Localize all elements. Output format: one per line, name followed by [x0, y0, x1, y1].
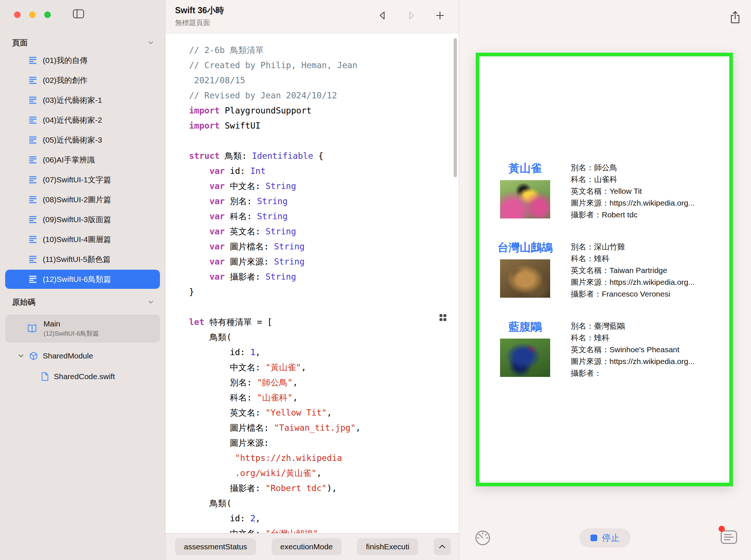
sidebar-item-page[interactable]: (08)SwiftUI-2圖片篇	[5, 190, 160, 209]
sidebar-toggle-button[interactable]	[72, 9, 85, 20]
close-window-button[interactable]	[14, 11, 21, 18]
sidebar-item-page[interactable]: (01)我的自傳	[5, 51, 160, 70]
bird-detail-line: 英文名稱：Yellow Tit	[571, 185, 726, 197]
code-lines: // 2-6b 鳥類清單// Created by Philip, Heman,…	[165, 34, 459, 533]
bird-photo-image	[500, 339, 550, 377]
sidebar-item-page[interactable]: (06)AI手掌辨識	[5, 150, 160, 169]
code-line: struct 鳥類: Identifiable {	[189, 148, 459, 164]
code-line: id: 2,	[189, 511, 459, 526]
main-item-title: Main	[43, 319, 99, 328]
page-lines-icon	[28, 195, 38, 204]
sidebar-item-sharedmodule[interactable]: SharedModule	[5, 346, 160, 366]
completion-suggestion-button[interactable]: executionMode	[272, 538, 342, 555]
page-label: (05)近代藝術家-3	[43, 135, 102, 145]
zoom-window-button[interactable]	[44, 11, 51, 18]
code-line: }	[189, 284, 459, 300]
page-lines-icon	[28, 155, 38, 165]
sidebar-toggle-icon	[73, 9, 84, 19]
playgrounds-window: 頁面 (01)我的自傳(02)我的創作(03)近代藝術家-1(04)近代藝術家-…	[0, 0, 751, 560]
code-line: // Created by Philip, Heman, Jean	[189, 58, 459, 73]
chevron-down-icon	[147, 39, 154, 46]
code-line: 英文名: "Yellow Tit",	[189, 405, 459, 420]
page-navigation	[377, 10, 446, 21]
page-label: (01)我的自傳	[43, 55, 87, 66]
code-line: 別名: "師公鳥",	[189, 375, 459, 390]
page-label: (07)SwiftUI-1文字篇	[43, 175, 111, 185]
minimize-window-button[interactable]	[29, 11, 36, 18]
console-log-button[interactable]	[720, 529, 738, 546]
bird-detail-line: 科名：雉科	[571, 332, 726, 344]
sidebar-item-page[interactable]: (03)近代藝術家-1	[5, 91, 160, 110]
bird-detail-line: 圖片來源：https://zh.wikipedia.org...	[571, 197, 726, 209]
source-section-label: 原始碼	[12, 297, 35, 307]
page-lines-icon	[28, 76, 38, 85]
sidebar-item-page[interactable]: (09)SwiftUI-3版面篇	[5, 210, 160, 229]
code-line: var 圖片檔名: String	[189, 239, 459, 254]
code-line: var 別名: String	[189, 194, 459, 209]
navigate-back-icon	[377, 10, 388, 21]
sidebar-item-page[interactable]: (02)我的創作	[5, 71, 160, 90]
bird-list: 黃山雀別名：師公鳥科名：山雀科英文名稱：Yellow Tit圖片來源：https…	[479, 56, 729, 483]
completion-suggestion-button[interactable]: finishExecuti	[357, 538, 418, 555]
add-page-button[interactable]	[434, 10, 446, 21]
sidebar-item-page[interactable]: (07)SwiftUI-1文字篇	[5, 170, 160, 189]
bird-detail-line: 英文名稱：Taiwan Partridge	[571, 265, 726, 276]
bird-details: 別名：臺灣藍鷴科名：雉科英文名稱：Swinhoe's Pheasant圖片來源：…	[571, 320, 729, 384]
inline-results-button[interactable]	[437, 312, 448, 323]
bird-row[interactable]: 台灣山鷓鴣別名：深山竹雞科名：雉科英文名稱：Taiwan Partridge圖片…	[479, 241, 729, 304]
share-icon	[729, 10, 741, 24]
page-lines-icon	[28, 235, 38, 244]
source-section-header[interactable]: 原始碼	[0, 295, 165, 309]
editor-header: Swift 36小時 無標題頁面	[165, 0, 459, 34]
expand-completions-button[interactable]	[434, 538, 451, 555]
code-line: 鳥類(	[189, 496, 459, 511]
code-line: import PlaygroundSupport	[189, 103, 459, 118]
code-line: .org/wiki/黃山雀",	[189, 466, 459, 481]
bird-row[interactable]: 藍腹鷴別名：臺灣藍鷴科名：雉科英文名稱：Swinhoe's Pheasant圖片…	[479, 320, 729, 384]
code-line: 圖片檔名: "Taiwan_tit.jpg",	[189, 420, 459, 435]
code-line: 中文名: "台灣山鷓鴣",	[189, 526, 459, 533]
code-editor[interactable]: // 2-6b 鳥類清單// Created by Philip, Heman,…	[165, 34, 459, 533]
page-label: (09)SwiftUI-3版面篇	[43, 214, 111, 225]
completion-suggestion-button[interactable]: assessmentStatus	[175, 538, 256, 555]
bird-photo-image	[500, 180, 550, 218]
code-line: 科名: "山雀科",	[189, 390, 459, 405]
disclosure-chevron-down-icon[interactable]	[18, 353, 24, 359]
stop-square-icon	[591, 535, 597, 541]
pages-section-header[interactable]: 頁面	[0, 35, 165, 50]
sidebar-item-page[interactable]: (11)SwiftUI-5顏色篇	[5, 250, 160, 269]
bird-row[interactable]: 黃山雀別名：師公鳥科名：山雀科英文名稱：Yellow Tit圖片來源：https…	[479, 162, 729, 225]
bird-detail-line: 科名：山雀科	[571, 174, 726, 185]
code-line: var 中文名: String	[189, 179, 459, 194]
sharedcode-label: SharedCode.swift	[54, 372, 115, 381]
bird-photo-image	[500, 259, 550, 298]
editor-scrollbar[interactable]	[454, 38, 457, 177]
sidebar-item-page[interactable]: (12)SwiftUI-6鳥類篇	[5, 270, 160, 289]
bird-detail-line: 攝影者：Francesco Veronesi	[571, 288, 726, 300]
bird-title-column: 藍腹鷴	[479, 320, 571, 384]
sidebar-item-sharedcode[interactable]: SharedCode.swift	[5, 366, 160, 387]
sidebar-item-page[interactable]: (04)近代藝術家-2	[5, 111, 160, 130]
code-line: var 攝影者: String	[189, 269, 459, 284]
next-page-button[interactable]	[405, 10, 417, 21]
bird-name: 黃山雀	[509, 162, 542, 175]
bird-details: 別名：師公鳥科名：山雀科英文名稱：Yellow Tit圖片來源：https://…	[571, 162, 729, 225]
share-button[interactable]	[727, 9, 743, 26]
previous-page-button[interactable]	[377, 10, 388, 21]
sidebar-item-page[interactable]: (10)SwiftUI-4圖層篇	[5, 230, 160, 249]
performance-gauge-button[interactable]	[474, 529, 491, 546]
sidebar-item-page[interactable]: (05)近代藝術家-3	[5, 130, 160, 150]
completion-buttons: assessmentStatusexecutionModefinishExecu…	[175, 538, 418, 555]
book-icon	[27, 323, 38, 334]
code-line: import SwiftUI	[189, 118, 459, 133]
gauge-icon	[474, 529, 491, 546]
sidebar-item-main[interactable]: Main (12)SwiftUI-6鳥類篇	[5, 315, 160, 343]
page-lines-icon	[28, 135, 38, 145]
editor-pane: Swift 36小時 無標題頁面 // 2-6b 鳥類清單// Created …	[165, 0, 459, 560]
bird-detail-line: 別名：深山竹雞	[571, 241, 726, 253]
stop-button[interactable]: 停止	[580, 528, 631, 547]
grid-2x2-icon	[438, 313, 448, 322]
bird-detail-line: 別名：臺灣藍鷴	[571, 320, 726, 332]
code-completion-bar: assessmentStatusexecutionModefinishExecu…	[165, 533, 459, 560]
sidebar: 頁面 (01)我的自傳(02)我的創作(03)近代藝術家-1(04)近代藝術家-…	[0, 0, 165, 560]
